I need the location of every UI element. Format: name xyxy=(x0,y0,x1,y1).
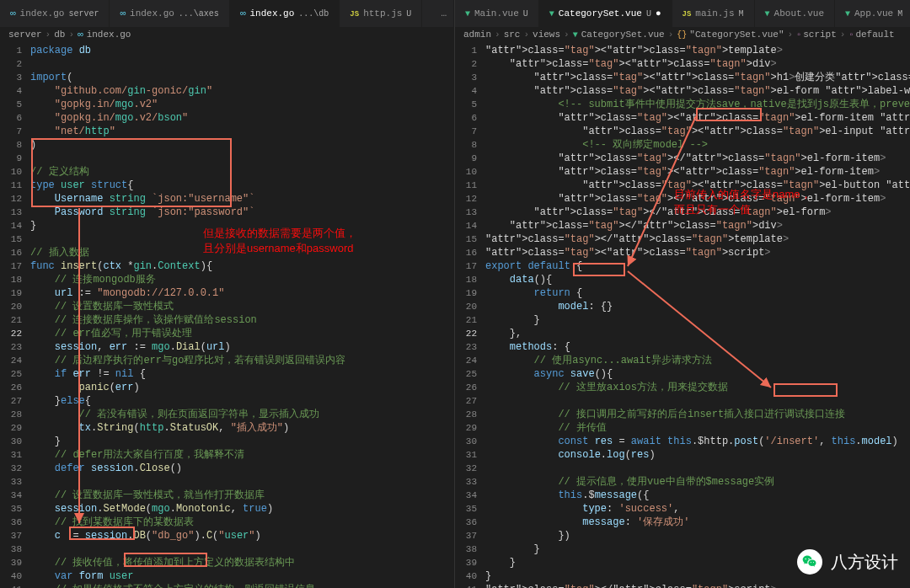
tab-index-server[interactable]: index.go server xyxy=(0,0,110,27)
editor-right[interactable]: 1234567891011121314151617181920212223242… xyxy=(455,42,910,588)
tab-index-axes[interactable]: index.go ...\axes xyxy=(110,0,229,27)
tab-overflow-left[interactable]: … xyxy=(434,0,454,27)
js-icon xyxy=(682,8,692,19)
vue-icon xyxy=(465,8,470,19)
tab-main-js[interactable]: main.js M xyxy=(672,0,755,27)
watermark: 八方设计 xyxy=(785,544,910,580)
tab-http-js[interactable]: http.js U xyxy=(340,0,422,27)
tab-about-vue[interactable]: About.vue xyxy=(755,0,835,27)
tab-index-db[interactable]: index.go ...\db xyxy=(230,0,340,27)
vue-icon xyxy=(573,29,578,40)
breadcrumb-left: server› db› index.go xyxy=(0,27,454,42)
vue-icon xyxy=(765,8,770,19)
go-icon xyxy=(78,29,83,40)
wechat-icon xyxy=(797,549,822,575)
tab-main-vue[interactable]: Main.vue U xyxy=(455,0,539,27)
vue-icon xyxy=(549,8,554,19)
tabs-left: index.go server index.go ...\axes index.… xyxy=(0,0,454,27)
tabs-right: Main.vue U CategorySet.vue U ● main.js M… xyxy=(455,0,910,27)
go-icon xyxy=(120,8,126,19)
tab-app-vue[interactable]: App.vue M xyxy=(835,0,910,27)
breadcrumb-right: admin› src› views› CategorySet.vue› "Cat… xyxy=(455,27,910,42)
tab-categoryset-vue[interactable]: CategorySet.vue U ● xyxy=(539,0,672,27)
go-icon xyxy=(240,8,246,19)
js-icon xyxy=(350,8,359,19)
editor-left[interactable]: 1234567891011121314151617181920212223242… xyxy=(0,42,454,588)
vue-icon xyxy=(845,8,850,19)
go-icon xyxy=(10,8,16,19)
